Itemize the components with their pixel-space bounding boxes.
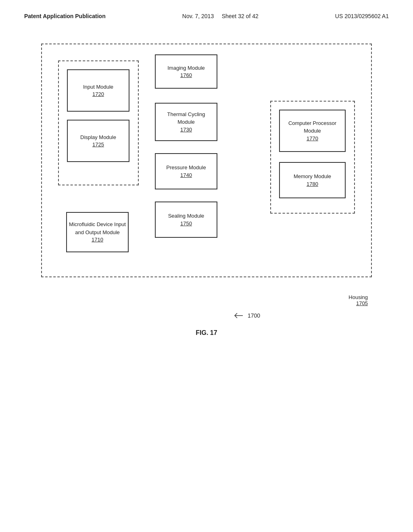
computer-module-label: Computer Processor Module — [282, 119, 342, 135]
header-center: Nov. 7, 2013 Sheet 32 of 42 — [182, 13, 259, 19]
microfluidic-module-box: Microfluidic Device Input and Output Mod… — [66, 212, 129, 252]
diagram-area: Input Module 1720 Display Module 1725 Mi… — [41, 44, 372, 293]
thermal-module-label: Thermal Cycling Module — [158, 110, 214, 126]
thermal-module-box: Thermal Cycling Module 1730 — [155, 103, 217, 141]
memory-module-label: Memory Module — [294, 172, 331, 181]
figure-label: FIG. 17 — [0, 329, 413, 337]
pressure-module-box: Pressure Module 1740 — [155, 153, 217, 189]
figure-ref-area: 1700 — [234, 312, 413, 320]
housing-box: Input Module 1720 Display Module 1725 Mi… — [41, 44, 372, 277]
microfluidic-module-label: Microfluidic Device Input and Output Mod… — [69, 220, 126, 236]
computer-module-box: Computer Processor Module 1770 — [279, 110, 346, 152]
sealing-module-number: 1750 — [180, 220, 192, 227]
pressure-module-number: 1740 — [180, 172, 192, 179]
microfluidic-module-number: 1710 — [92, 236, 103, 243]
memory-module-box: Memory Module 1780 — [279, 162, 346, 198]
ref-arrow-line: 1700 — [234, 312, 413, 320]
input-module-label: Input Module — [83, 83, 113, 91]
sealing-module-box: Sealing Module 1750 — [155, 202, 217, 238]
header-left: Patent Application Publication — [24, 13, 106, 19]
memory-module-number: 1780 — [307, 181, 318, 188]
right-group-box: Computer Processor Module 1770 Memory Mo… — [270, 101, 355, 214]
input-module-number: 1720 — [92, 91, 104, 98]
imaging-module-number: 1760 — [180, 72, 192, 79]
computer-module-number: 1770 — [307, 135, 318, 142]
page-header: Patent Application Publication Nov. 7, 2… — [0, 0, 413, 19]
sealing-module-label: Sealing Module — [168, 212, 204, 220]
imaging-module-label: Imaging Module — [167, 64, 205, 72]
arrow-icon — [234, 312, 245, 320]
display-module-box: Display Module 1725 — [67, 120, 129, 162]
left-group-box: Input Module 1720 Display Module 1725 — [58, 60, 139, 185]
header-right: US 2013/0295602 A1 — [335, 13, 389, 19]
ref-number: 1700 — [248, 312, 260, 319]
thermal-module-number: 1730 — [180, 126, 192, 133]
display-module-number: 1725 — [92, 141, 104, 148]
housing-label: Housing 1705 — [348, 294, 368, 306]
imaging-module-box: Imaging Module 1760 — [155, 54, 217, 89]
display-module-label: Display Module — [80, 133, 116, 141]
input-module-box: Input Module 1720 — [67, 69, 129, 112]
pressure-module-label: Pressure Module — [166, 164, 206, 172]
